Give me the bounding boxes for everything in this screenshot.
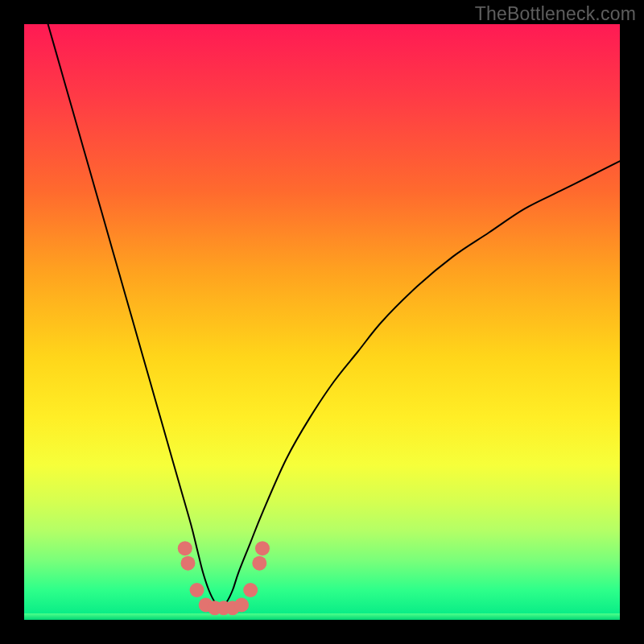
marker-dot xyxy=(243,583,258,597)
curve-left-branch xyxy=(48,24,221,608)
marker-dot xyxy=(252,556,266,571)
curve-layer xyxy=(24,24,620,620)
marker-dot xyxy=(255,541,270,555)
marker-dot xyxy=(181,556,196,571)
chart-frame: TheBottleneck.com xyxy=(0,0,644,644)
marker-dot xyxy=(190,583,204,597)
plot-area xyxy=(24,24,620,620)
marker-dots-group xyxy=(178,541,270,615)
marker-dot xyxy=(178,541,192,555)
curve-right-branch xyxy=(221,161,620,608)
watermark-text: TheBottleneck.com xyxy=(475,3,636,25)
marker-dot xyxy=(234,598,249,613)
